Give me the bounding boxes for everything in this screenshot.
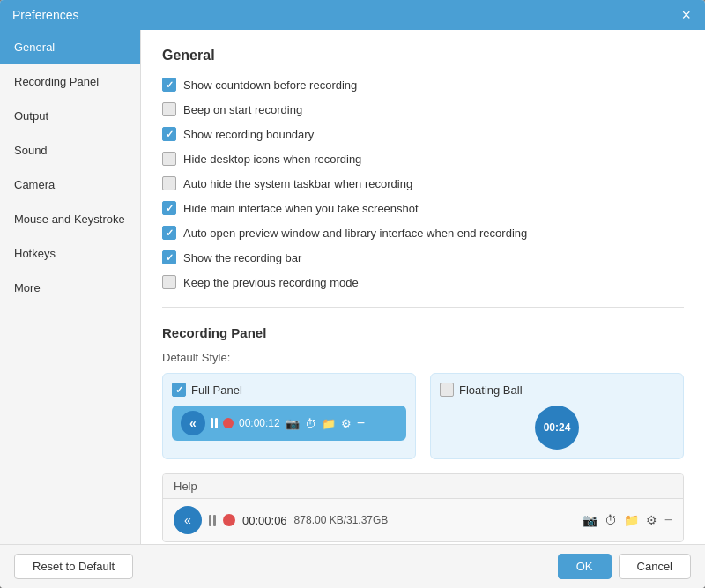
help-clock-icon[interactable]: ⏱ [605, 513, 617, 527]
help-section: Help « 00:00:06 878.00 KB/31.37GB 📷 ⏱ [162, 473, 684, 542]
checkbox-keep-mode[interactable] [162, 275, 176, 289]
help-back-btn[interactable]: « [174, 506, 202, 534]
checkbox-hide-taskbar[interactable] [162, 176, 176, 190]
full-panel-folder-icon[interactable]: 📁 [322, 417, 336, 430]
sidebar: General Recording Panel Output Sound Cam… [0, 30, 141, 544]
full-panel-pause-btn[interactable] [211, 418, 218, 428]
checkbox-auto-preview[interactable] [162, 226, 176, 240]
help-header: Help [163, 474, 683, 499]
panel-option-floating-header: Floating Ball [440, 383, 674, 397]
checkbox-label-hide-taskbar: Auto hide the system taskbar when record… [183, 177, 412, 190]
checkbox-label-hide-icons: Hide desktop icons when recording [183, 153, 361, 166]
recording-panel-section-title: Recording Panel [162, 325, 684, 340]
full-panel-clock-icon[interactable]: ⏱ [305, 417, 316, 430]
panel-option-full-header: Full Panel [172, 383, 406, 397]
checkbox-floating-ball[interactable] [440, 383, 454, 397]
pause-bar-1 [211, 418, 213, 428]
checkbox-row-beep: Beep on start recording [162, 102, 684, 116]
full-panel-camera-icon[interactable]: 📷 [286, 417, 300, 430]
help-size: 878.00 KB/31.37GB [294, 514, 575, 526]
checkbox-boundary[interactable] [162, 127, 176, 141]
cancel-button[interactable]: Cancel [619, 554, 691, 579]
sidebar-item-output[interactable]: Output [0, 99, 140, 133]
checkbox-full-panel[interactable] [172, 383, 186, 397]
checkbox-hide-interface[interactable] [162, 201, 176, 215]
checkbox-label-keep-mode: Keep the previous recording mode [183, 276, 359, 289]
checkbox-row-keep-mode: Keep the previous recording mode [162, 275, 684, 289]
help-pause-bar-1 [209, 515, 212, 526]
default-style-label: Default Style: [162, 351, 684, 364]
full-panel-stop-btn[interactable] [223, 418, 234, 428]
checkbox-show-bar[interactable] [162, 250, 176, 264]
checkbox-row-countdown: Show countdown before recording [162, 78, 684, 92]
ok-button[interactable]: OK [558, 554, 612, 579]
checkbox-row-show-bar: Show the recording bar [162, 250, 684, 264]
help-pause-btn[interactable] [209, 515, 216, 526]
help-stop-btn[interactable] [223, 514, 235, 526]
full-panel-settings-icon[interactable]: ⚙ [341, 417, 352, 430]
full-panel-back-btn[interactable]: « [181, 411, 205, 435]
reset-button[interactable]: Reset to Default [14, 554, 133, 579]
floating-ball[interactable]: 00:24 [535, 406, 579, 450]
dialog-title: Preferences [12, 8, 78, 22]
panel-option-full[interactable]: Full Panel « 00:00:12 📷 ⏱ [162, 373, 416, 459]
help-minimize-btn[interactable]: − [664, 512, 672, 528]
checkbox-countdown[interactable] [162, 78, 176, 92]
footer-right: OK Cancel [558, 554, 691, 579]
checkbox-label-beep: Beep on start recording [183, 103, 302, 116]
help-back-icon: « [184, 513, 191, 527]
checkbox-row-hide-taskbar: Auto hide the system taskbar when record… [162, 176, 684, 190]
checkbox-label-boundary: Show recording boundary [183, 128, 314, 141]
main-content: General Show countdown before recording … [141, 30, 705, 544]
full-panel-time: 00:00:12 [239, 417, 280, 429]
pause-bar-2 [215, 418, 218, 428]
preferences-dialog: Preferences × General Recording Panel Ou… [0, 0, 705, 588]
sidebar-item-mouse-keystroke[interactable]: Mouse and Keystroke [0, 202, 140, 236]
dialog-body: General Recording Panel Output Sound Cam… [0, 30, 705, 544]
help-toolbar: « 00:00:06 878.00 KB/31.37GB 📷 ⏱ 📁 ⚙ − [163, 499, 683, 541]
checkbox-hide-icons[interactable] [162, 152, 176, 166]
help-label: Help [174, 480, 197, 493]
checkbox-row-hide-interface: Hide main interface when you take screen… [162, 201, 684, 215]
checkbox-row-boundary: Show recording boundary [162, 127, 684, 141]
floating-ball-label: Floating Ball [459, 383, 523, 397]
section-divider [162, 307, 684, 308]
help-settings-icon[interactable]: ⚙ [646, 513, 657, 527]
sidebar-item-more[interactable]: More [0, 271, 140, 305]
help-folder-icon[interactable]: 📁 [624, 513, 639, 527]
checkbox-label-show-bar: Show the recording bar [183, 251, 301, 264]
full-panel-toolbar: « 00:00:12 📷 ⏱ 📁 ⚙ − [172, 406, 406, 441]
checkbox-label-auto-preview: Auto open preview window and library int… [183, 227, 527, 240]
floating-ball-container: 00:24 [440, 406, 674, 450]
dialog-footer: Reset to Default OK Cancel [0, 544, 705, 588]
help-camera-icon[interactable]: 📷 [583, 513, 597, 527]
checkbox-row-auto-preview: Auto open preview window and library int… [162, 226, 684, 240]
sidebar-item-sound[interactable]: Sound [0, 133, 140, 167]
sidebar-item-general[interactable]: General [0, 30, 140, 64]
title-bar: Preferences × [0, 0, 705, 30]
sidebar-item-recording-panel[interactable]: Recording Panel [0, 64, 140, 99]
panel-option-floating[interactable]: Floating Ball 00:24 [430, 373, 684, 459]
checkbox-row-hide-icons: Hide desktop icons when recording [162, 152, 684, 166]
checkbox-label-hide-interface: Hide main interface when you take screen… [183, 202, 419, 215]
general-section-title: General [162, 48, 684, 63]
back-icon: « [189, 416, 197, 430]
full-panel-minimize-btn[interactable]: − [357, 416, 365, 430]
floating-ball-time: 00:24 [544, 421, 571, 434]
checkbox-beep[interactable] [162, 102, 176, 116]
full-panel-label: Full Panel [191, 383, 242, 397]
sidebar-item-hotkeys[interactable]: Hotkeys [0, 236, 140, 271]
help-time: 00:00:06 [242, 514, 287, 527]
help-pause-bar-2 [213, 515, 216, 526]
sidebar-item-camera[interactable]: Camera [0, 167, 140, 202]
panel-options: Full Panel « 00:00:12 📷 ⏱ [162, 373, 684, 459]
checkbox-label-countdown: Show countdown before recording [183, 78, 357, 92]
close-button[interactable]: × [679, 7, 693, 23]
